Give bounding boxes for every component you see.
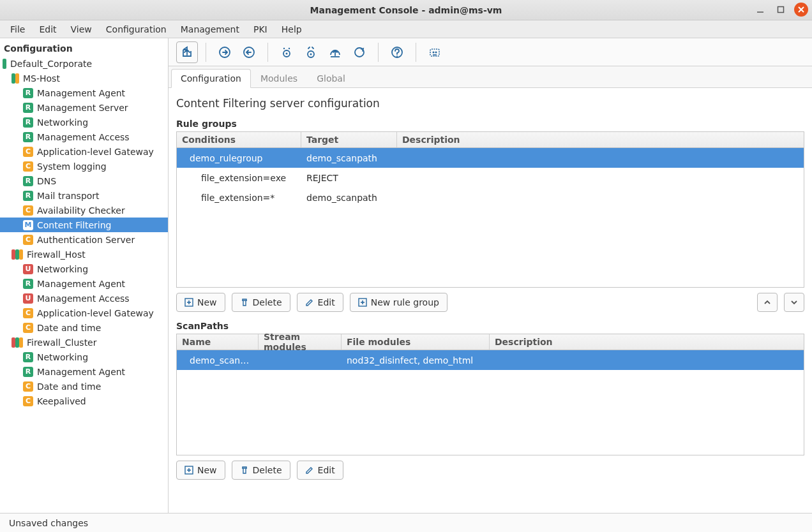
tree-item[interactable]: Default_Corporate	[0, 56, 168, 71]
tree-item[interactable]: RManagement Server	[0, 100, 168, 115]
table-cell: REJECT	[301, 173, 397, 183]
column-header[interactable]: Conditions	[177, 132, 301, 147]
menu-file[interactable]: File	[4, 22, 31, 36]
tree-item[interactable]: CDate and time	[0, 379, 168, 394]
svg-point-12	[310, 53, 312, 55]
chevron-down-icon	[790, 298, 799, 307]
status-icon	[3, 59, 6, 69]
table-row[interactable]: demo_scanpathnod32_disinfect, demo_html	[177, 350, 804, 370]
tree-item-label: Networking	[37, 264, 88, 274]
column-header[interactable]: Description	[490, 334, 745, 350]
move-up-button[interactable]	[757, 293, 778, 312]
view-config-button[interactable]	[276, 41, 297, 63]
scanpaths-edit-button[interactable]: Edit	[297, 461, 343, 480]
config-tree: Default_CorporateMS-HostRManagement Agen…	[0, 56, 168, 416]
badge-icon: C	[23, 161, 33, 172]
tree-item[interactable]: RManagement Agent	[0, 85, 168, 100]
toolbar	[169, 38, 812, 66]
tree-item[interactable]: CSystem logging	[0, 159, 168, 174]
rulegroups-new-button[interactable]: New	[176, 293, 225, 312]
menu-management[interactable]: Management	[174, 22, 246, 36]
upload-button[interactable]	[324, 41, 346, 63]
rulegroups-label: Rule groups	[176, 119, 804, 129]
minimize-button[interactable]	[753, 3, 767, 17]
badge-icon: R	[23, 117, 33, 128]
tree-item[interactable]: RNetworking	[0, 115, 168, 129]
tree-item[interactable]: CAvailability Checker	[0, 203, 168, 218]
tree-item[interactable]: Firewall_Cluster	[0, 335, 168, 350]
table-cell: file_extension=*	[177, 193, 301, 203]
table-row[interactable]: demo_rulegroupdemo_scanpath	[177, 148, 804, 168]
badge-icon: R	[23, 367, 33, 377]
tree-item[interactable]: CDate and time	[0, 320, 168, 335]
commit-button[interactable]	[214, 41, 236, 63]
plus-icon	[184, 466, 193, 475]
button-label: New	[197, 297, 217, 307]
tree-item[interactable]: RManagement Agent	[0, 276, 168, 291]
menu-pki[interactable]: PKI	[247, 22, 274, 36]
table-row[interactable]: file_extension=exeREJECT	[177, 168, 804, 188]
tree-item-label: Management Agent	[37, 88, 125, 98]
button-label: Delete	[253, 297, 282, 307]
tree-item[interactable]: MS-Host	[0, 71, 168, 85]
column-header[interactable]: Name	[177, 334, 259, 350]
up-level-button[interactable]	[176, 41, 198, 63]
rulegroups-table: ConditionsTargetDescription demo_rulegro…	[176, 131, 804, 288]
tree-item[interactable]: MContent Filtering	[0, 218, 168, 232]
tree-item[interactable]: CAuthentication Server	[0, 232, 168, 247]
tab-global[interactable]: Global	[307, 69, 355, 88]
rulegroups-delete-button[interactable]: Delete	[232, 293, 290, 312]
tree-item[interactable]: CKeepalived	[0, 394, 168, 408]
column-header[interactable]: Stream modules	[259, 334, 342, 350]
tree-item[interactable]: RManagement Access	[0, 129, 168, 144]
table-row[interactable]: file_extension=*demo_scanpath	[177, 188, 804, 207]
close-button[interactable]	[794, 3, 808, 17]
maximize-button[interactable]	[774, 3, 788, 17]
tree-item-label: Management Server	[37, 103, 128, 113]
settings-transfer-button[interactable]	[300, 41, 322, 63]
tree-item[interactable]: Firewall_Host	[0, 247, 168, 262]
menubar: File Edit View Configuration Management …	[0, 20, 812, 38]
revert-button[interactable]	[238, 41, 260, 63]
svg-point-19	[435, 51, 437, 53]
rulegroups-newgroup-button[interactable]: New rule group	[350, 293, 447, 312]
tab-modules[interactable]: Modules	[251, 69, 307, 88]
badge-icon: C	[23, 235, 33, 245]
menu-edit[interactable]: Edit	[33, 22, 63, 36]
robot-button[interactable]	[424, 41, 446, 63]
tree-item[interactable]: CApplication-level Gateway	[0, 306, 168, 320]
table-cell: file_extension=exe	[177, 173, 301, 183]
toolbar-separator	[416, 43, 416, 62]
tree-item[interactable]: RNetworking	[0, 350, 168, 364]
menu-help[interactable]: Help	[275, 22, 308, 36]
help-toolbar-button[interactable]	[386, 41, 408, 63]
column-header[interactable]: Target	[301, 132, 397, 147]
edit-icon	[305, 298, 314, 307]
tree-item[interactable]: RManagement Agent	[0, 364, 168, 379]
tree-item[interactable]: RMail transport	[0, 188, 168, 203]
column-header[interactable]: Description	[397, 132, 780, 147]
tree-item[interactable]: RDNS	[0, 174, 168, 188]
table-cell: nod32_disinfect, demo_html	[342, 355, 490, 366]
refresh-button[interactable]	[349, 41, 370, 63]
tree-item-label: Mail transport	[37, 191, 100, 201]
tree-item-label: Date and time	[37, 323, 101, 333]
tree-item[interactable]: UManagement Access	[0, 291, 168, 306]
svg-point-8	[286, 52, 288, 54]
table-cell: demo_scanpath	[301, 193, 397, 203]
rulegroups-edit-button[interactable]: Edit	[297, 293, 343, 312]
scanpaths-new-button[interactable]: New	[176, 461, 225, 480]
badge-icon: R	[23, 279, 33, 289]
tree-item[interactable]: CApplication-level Gateway	[0, 144, 168, 159]
move-down-button[interactable]	[784, 293, 804, 312]
tree-item[interactable]: UNetworking	[0, 262, 168, 276]
tree-item-label: Management Agent	[37, 279, 125, 289]
column-header[interactable]: File modules	[342, 334, 490, 350]
menu-view[interactable]: View	[64, 22, 98, 36]
tab-configuration[interactable]: Configuration	[171, 69, 251, 88]
scanpaths-delete-button[interactable]: Delete	[232, 461, 290, 480]
tree-item-label: Application-level Gateway	[37, 308, 154, 318]
menu-configuration[interactable]: Configuration	[100, 22, 173, 36]
badge-icon: C	[23, 205, 33, 216]
tree-item-label: Management Agent	[37, 367, 125, 377]
